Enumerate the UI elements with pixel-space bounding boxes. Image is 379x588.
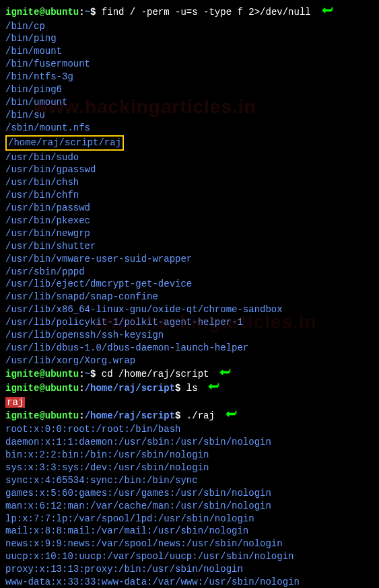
output-line: proxy:x:13:13:proxy:/bin:/usr/sbin/nolog… bbox=[5, 563, 374, 576]
highlighted-output-line: /home/raj/script/raj bbox=[5, 135, 374, 151]
output-line: /usr/bin/passwd bbox=[5, 202, 374, 215]
output-line: /usr/bin/newgrp bbox=[5, 227, 374, 240]
output-line: /usr/lib/policykit-1/polkit-agent-helper… bbox=[5, 316, 374, 329]
output-line: man:x:6:12:man:/var/cache/man:/usr/sbin/… bbox=[5, 500, 374, 513]
terminal-output[interactable]: ignite@ubuntu:~$ find / -perm -u=s -type… bbox=[5, 5, 374, 588]
prompt-user: ignite@ubuntu bbox=[5, 410, 79, 421]
output-line: uucp:x:10:10:uucp:/var/spool/uucp:/usr/s… bbox=[5, 550, 374, 563]
highlighted-path: /home/raj/script/raj bbox=[5, 135, 124, 151]
command-text: find / -perm -u=s -type f 2>/dev/null bbox=[102, 7, 311, 17]
output-line: /usr/bin/chsh bbox=[5, 176, 374, 189]
output-line: bin:x:2:2:bin:/bin:/usr/sbin/nologin bbox=[5, 449, 374, 462]
output-line: /usr/lib/openssh/ssh-keysign bbox=[5, 329, 374, 342]
enter-arrow-icon: ⮨ bbox=[209, 382, 219, 394]
output-line: /usr/bin/sudo bbox=[5, 151, 374, 164]
output-line: /usr/lib/xorg/Xorg.wrap bbox=[5, 355, 374, 367]
output-line: /usr/bin/shutter bbox=[5, 240, 374, 253]
prompt-line: ignite@ubuntu:~$ find / -perm -u=s -type… bbox=[5, 5, 374, 20]
output-line: /usr/lib/x86_64-linux-gnu/oxide-qt/chrom… bbox=[5, 303, 374, 316]
prompt-user: ignite@ubuntu bbox=[5, 369, 79, 379]
output-line: /sbin/mount.nfs bbox=[5, 122, 374, 135]
command-text: cd /home/raj/script bbox=[102, 369, 209, 379]
output-line: mail:x:8:8:mail:/var/mail:/usr/sbin/nolo… bbox=[5, 525, 374, 538]
prompt-path: ~ bbox=[85, 369, 90, 379]
output-line: www-data:x:33:33:www-data:/var/www:/usr/… bbox=[5, 576, 374, 588]
enter-arrow-icon: ⮨ bbox=[226, 410, 237, 422]
prompt-path: /home/raj/script bbox=[85, 383, 175, 394]
output-line: /usr/lib/snapd/snap-confine bbox=[5, 291, 374, 303]
output-line: /usr/bin/chfn bbox=[5, 189, 374, 202]
enter-arrow-icon: ⮨ bbox=[220, 368, 231, 380]
output-line: daemon:x:1:1:daemon:/usr/sbin:/usr/sbin/… bbox=[5, 436, 374, 449]
output-line: games:x:5:60:games:/usr/games:/usr/sbin/… bbox=[5, 487, 374, 500]
output-line: news:x:9:9:news:/var/spool/news:/usr/sbi… bbox=[5, 538, 374, 550]
output-line: root:x:0:0:root:/root:/bin/bash bbox=[5, 423, 374, 436]
prompt-user: ignite@ubuntu bbox=[5, 7, 79, 17]
command-text: ./raj bbox=[186, 410, 215, 421]
enter-arrow-icon: ⮨ bbox=[322, 6, 333, 18]
output-line: /bin/cp bbox=[5, 20, 374, 33]
command-text: ls bbox=[186, 383, 198, 394]
output-line: sync:x:4:65534:sync:/bin:/bin/sync bbox=[5, 474, 374, 487]
prompt-path: /home/raj/script bbox=[85, 410, 175, 421]
ls-raj-file: raj bbox=[5, 397, 25, 408]
prompt-line: ignite@ubuntu:/home/raj/script$ ls ⮨ bbox=[5, 381, 374, 396]
output-line: /usr/sbin/pppd bbox=[5, 266, 374, 279]
output-line: /bin/fusermount bbox=[5, 58, 374, 71]
output-line: /bin/ping bbox=[5, 32, 374, 45]
prompt-line: ignite@ubuntu:~$ cd /home/raj/script ⮨ bbox=[5, 367, 374, 382]
output-line: /usr/lib/dbus-1.0/dbus-daemon-launch-hel… bbox=[5, 342, 374, 355]
output-line: /usr/lib/eject/dmcrypt-get-device bbox=[5, 278, 374, 291]
prompt-path: ~ bbox=[85, 7, 90, 17]
output-line: lp:x:7:7:lp:/var/spool/lpd:/usr/sbin/nol… bbox=[5, 513, 374, 525]
ls-output-line: raj bbox=[5, 396, 374, 409]
output-line: /usr/bin/gpasswd bbox=[5, 163, 374, 176]
output-line: /bin/mount bbox=[5, 45, 374, 58]
output-line: /usr/bin/pkexec bbox=[5, 215, 374, 227]
output-line: /bin/ping6 bbox=[5, 83, 374, 96]
output-line: sys:x:3:3:sys:/dev:/usr/sbin/nologin bbox=[5, 462, 374, 474]
prompt-line: ignite@ubuntu:/home/raj/script$ ./raj ⮨ bbox=[5, 409, 374, 424]
prompt-user: ignite@ubuntu bbox=[5, 383, 79, 394]
output-line: /bin/ntfs-3g bbox=[5, 71, 374, 83]
output-line: /usr/bin/vmware-user-suid-wrapper bbox=[5, 253, 374, 266]
output-line: /bin/umount bbox=[5, 96, 374, 109]
output-line: /bin/su bbox=[5, 109, 374, 122]
